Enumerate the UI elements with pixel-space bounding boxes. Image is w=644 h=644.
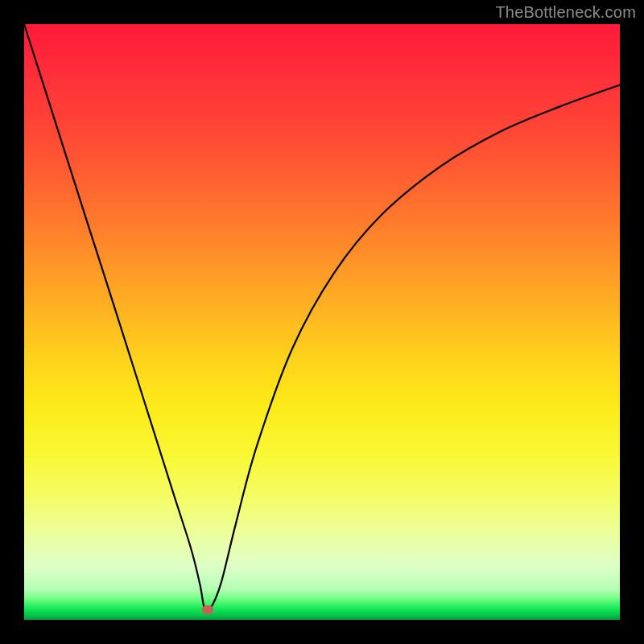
curve-path <box>24 24 620 613</box>
watermark-text: TheBottleneck.com <box>495 3 636 22</box>
bottleneck-curve <box>24 24 620 620</box>
chart-frame: TheBottleneck.com <box>0 0 644 644</box>
optimum-marker <box>202 605 213 614</box>
plot-area <box>24 24 620 620</box>
